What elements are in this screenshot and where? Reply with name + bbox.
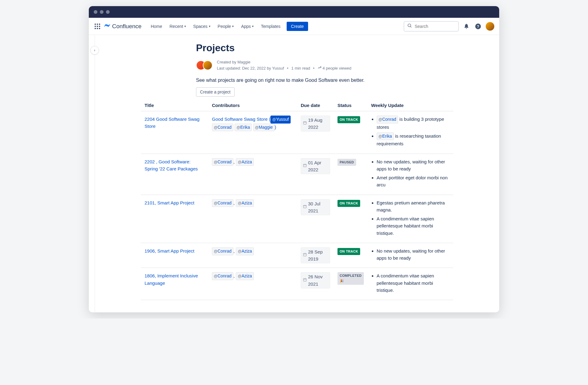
calendar-icon [303, 120, 307, 127]
contrib-prefix[interactable]: Good Software Swag Store ( [212, 116, 270, 122]
content-area: › Projects Created by Maggie Last update… [89, 35, 499, 312]
window-close-dot[interactable] [94, 10, 97, 14]
search-input[interactable] [415, 24, 455, 29]
status-badge: PAUSED [337, 159, 356, 166]
help-icon[interactable]: ? [474, 22, 482, 30]
due-date[interactable]: 19 Aug 2022 [301, 116, 330, 132]
calendar-icon [303, 204, 307, 210]
user-mention[interactable]: @Aziza [236, 199, 254, 207]
calendar-icon [303, 252, 307, 258]
col-weekly: Weekly Update [368, 100, 453, 111]
user-mention[interactable]: @Aziza [236, 158, 254, 166]
search-box[interactable] [404, 21, 459, 32]
update-item: A condimentum vitae sapien pellentesque … [377, 215, 450, 237]
nav-item-recent[interactable]: Recent▾ [166, 22, 189, 31]
chevron-down-icon: ▾ [252, 25, 254, 28]
user-mention[interactable]: @Yussuf [270, 116, 291, 124]
user-mention[interactable]: @Aziza [236, 247, 254, 255]
status-badge: ON TRACK [337, 116, 360, 123]
user-mention[interactable]: @Conrad [212, 124, 233, 132]
contributor-avatars[interactable] [196, 60, 213, 70]
user-mention[interactable]: @Conrad [212, 247, 233, 255]
views[interactable]: 4 people viewed [322, 66, 351, 71]
due-date[interactable]: 01 Apr 2022 [301, 158, 330, 174]
contributors-cell: @Conrad, @Aziza [208, 154, 297, 195]
contributors-cell: @Conrad, @Aziza [208, 195, 297, 243]
update-item: No new updates, waiting for other apps t… [377, 158, 450, 173]
search-icon [407, 23, 412, 29]
user-mention[interactable]: @Conrad [212, 158, 233, 166]
create-project-button[interactable]: Create a project [196, 87, 235, 97]
calendar-icon [303, 163, 307, 169]
weekly-update-cell: Egestas pretium aenean pharetra magna.A … [368, 195, 453, 243]
svg-text:?: ? [477, 24, 479, 29]
table-row: 2101, Smart App Project@Conrad, @Aziza30… [141, 195, 453, 243]
due-date[interactable]: 26 Nov 2021 [301, 272, 330, 288]
contributors-cell: Good Software Swag Store (@Yussuf @Conra… [208, 111, 297, 154]
table-row: 2202 , Good Software: Spring '22 Care Pa… [141, 154, 453, 195]
nav-item-spaces[interactable]: Spaces▾ [190, 22, 213, 31]
byline: Created by Maggie Last updated: Dec 22, … [196, 59, 453, 71]
created-by: Created by Maggie [217, 59, 351, 65]
status-badge: ON TRACK [337, 248, 360, 255]
update-item: No new updates, waiting for other apps t… [377, 247, 450, 262]
window-min-dot[interactable] [100, 10, 104, 14]
svg-line-1 [410, 26, 411, 27]
due-date[interactable]: 28 Sep 2019 [301, 247, 330, 264]
user-mention[interactable]: @Maggie [253, 124, 275, 132]
nav-item-apps[interactable]: Apps▾ [238, 22, 257, 31]
app-switcher-icon[interactable] [94, 23, 101, 30]
projects-table: Title Contributors Due date Status Weekl… [141, 100, 453, 300]
user-mention[interactable]: @Conrad [377, 116, 398, 124]
profile-avatar[interactable] [486, 22, 494, 31]
col-contributors: Contributors [208, 100, 297, 111]
page-intro: See what projects are going on right now… [196, 78, 453, 83]
nav-item-people[interactable]: People▾ [215, 22, 237, 31]
sidebar-collapsed: › [89, 35, 95, 312]
browser-frame: Confluence HomeRecent▾Spaces▾People▾Apps… [89, 6, 499, 312]
window-max-dot[interactable] [106, 10, 110, 14]
confluence-icon [104, 22, 110, 30]
update-item: Egestas pretium aenean pharetra magna. [377, 199, 450, 214]
nav-item-templates[interactable]: Templates [258, 22, 284, 31]
page-content: Projects Created by Maggie Last updated:… [95, 35, 499, 312]
status-badge: COMPLETED 🎉 [337, 272, 364, 284]
project-title-link[interactable]: 2204 Good Software Swag Store [145, 116, 199, 129]
sidebar-expand-handle[interactable]: › [90, 46, 99, 55]
project-title-link[interactable]: 1906, Smart App Project [145, 248, 194, 253]
update-item: A condimentum vitae sapien pellentesque … [377, 272, 450, 294]
weekly-update-cell: No new updates, waiting for other apps t… [368, 154, 453, 195]
product-name: Confluence [112, 23, 141, 30]
nav-right: ? [404, 21, 494, 32]
project-title-link[interactable]: 2101, Smart App Project [145, 200, 194, 205]
user-mention[interactable]: @Aziza [236, 272, 254, 280]
svg-point-0 [408, 24, 411, 27]
update-item: @Erika is researching taxation requireme… [377, 132, 450, 147]
project-title-link[interactable]: 1806, Implement Inclusive Language [145, 273, 198, 285]
svg-rect-16 [303, 253, 307, 256]
due-date[interactable]: 30 Jul 2021 [301, 199, 330, 215]
nav-item-home[interactable]: Home [148, 22, 165, 31]
create-button[interactable]: Create [287, 22, 308, 31]
chevron-down-icon: ▾ [209, 25, 210, 28]
col-due: Due date [297, 100, 334, 111]
table-row: 2204 Good Software Swag StoreGood Softwa… [141, 111, 453, 154]
notifications-icon[interactable] [462, 22, 470, 30]
user-mention[interactable]: @Erika [377, 132, 394, 140]
analytics-icon [318, 65, 322, 71]
svg-rect-12 [303, 205, 307, 208]
user-mention[interactable]: @Erika [235, 124, 252, 132]
status-badge: ON TRACK [337, 200, 360, 207]
nav-items: HomeRecent▾Spaces▾People▾Apps▾Templates [148, 22, 284, 31]
table-row: 1806, Implement Inclusive Language@Conra… [141, 268, 453, 300]
project-title-link[interactable]: 2202 , Good Software: Spring '22 Care Pa… [145, 159, 198, 171]
user-mention[interactable]: @Conrad [212, 199, 233, 207]
weekly-update-cell: @Conrad is building 3 prototype stores@E… [368, 111, 453, 154]
svg-rect-4 [303, 122, 307, 124]
chevron-down-icon: ▾ [184, 25, 186, 28]
svg-rect-8 [303, 164, 307, 167]
window-titlebar [89, 6, 499, 18]
user-mention[interactable]: @Conrad [212, 272, 233, 280]
product-logo[interactable]: Confluence [104, 22, 141, 30]
page-title: Projects [196, 42, 453, 54]
